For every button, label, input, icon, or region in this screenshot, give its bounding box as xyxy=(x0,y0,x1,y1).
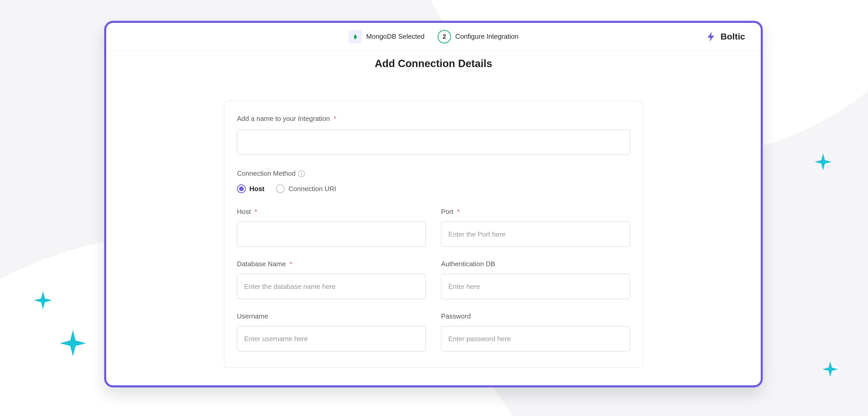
brand-name: Boltic xyxy=(721,31,745,42)
integration-name-label: Add a name to your Integration* xyxy=(237,115,630,123)
radio-connection-uri[interactable]: Connection URI xyxy=(276,184,336,193)
database-name-input[interactable] xyxy=(237,274,426,299)
integration-name-input[interactable] xyxy=(237,130,630,155)
auth-db-input[interactable] xyxy=(441,274,630,299)
step-1-label: MongoDB Selected xyxy=(366,33,425,41)
port-label: Port* xyxy=(441,208,630,216)
auth-db-label: Authentication DB xyxy=(441,260,630,268)
radio-host-label: Host xyxy=(249,185,265,193)
stepper-header: MongoDB Selected 2 Configure Integration… xyxy=(106,23,761,50)
sparkle-icon xyxy=(34,291,52,309)
host-input[interactable] xyxy=(237,221,426,247)
connection-form: Add a name to your Integration* Connecti… xyxy=(224,101,643,368)
username-label: Username xyxy=(237,312,426,320)
radio-host[interactable]: Host xyxy=(237,184,265,193)
step-number-badge: 2 xyxy=(438,30,451,43)
bolt-icon xyxy=(706,31,717,42)
connection-method-label: Connection Method i xyxy=(237,170,630,178)
step-1-mongodb-selected[interactable]: MongoDB Selected xyxy=(349,30,425,43)
page-title: Add Connection Details xyxy=(106,58,761,69)
password-label: Password xyxy=(441,312,630,320)
step-2-label: Configure Integration xyxy=(455,33,519,41)
sparkle-icon xyxy=(823,361,838,377)
mongodb-icon xyxy=(349,30,362,43)
username-input[interactable] xyxy=(237,326,426,351)
port-input[interactable] xyxy=(441,221,630,247)
brand-logo: Boltic xyxy=(706,31,745,42)
radio-uri-label: Connection URI xyxy=(288,185,336,193)
app-window: MongoDB Selected 2 Configure Integration… xyxy=(104,21,763,387)
sparkle-icon xyxy=(815,153,832,170)
info-icon[interactable]: i xyxy=(298,170,305,177)
sparkle-icon xyxy=(60,330,86,356)
step-2-configure-integration[interactable]: 2 Configure Integration xyxy=(438,30,519,43)
password-input[interactable] xyxy=(441,326,630,351)
host-label: Host* xyxy=(237,208,426,216)
database-name-label: Database Name* xyxy=(237,260,426,268)
